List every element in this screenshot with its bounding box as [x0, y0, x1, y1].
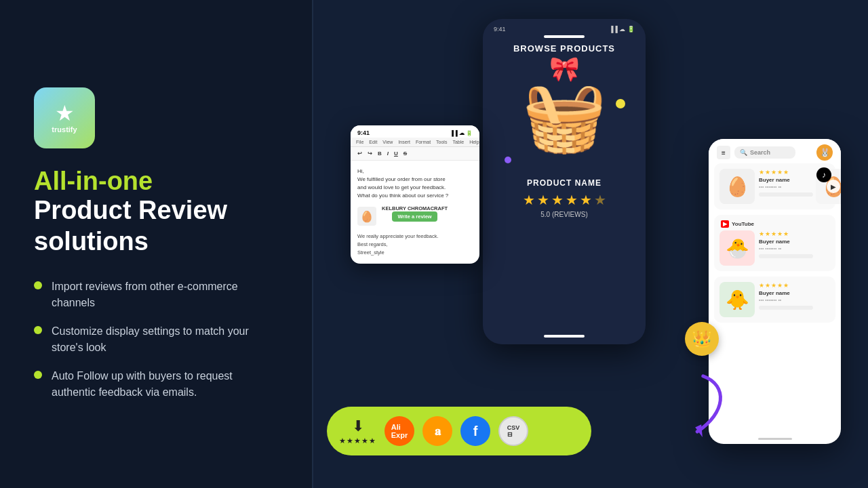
email-product-row: 🥚 KELBURY CHROMACRAFT Write a review — [357, 205, 473, 227]
menu-edit[interactable]: Edit — [369, 140, 377, 144]
bullet-dot-icon — [34, 281, 42, 289]
buyer-name: Buyer name — [759, 177, 813, 183]
review-info: ★ ★ ★ ★ ★ Buyer name ••• ••••••• •• — [759, 282, 830, 310]
logo-box: ★ trustify — [34, 87, 95, 148]
toolbar-undo[interactable]: ↩ — [356, 150, 363, 157]
menu-bar: File Edit View Insert Format Tools Table… — [351, 138, 479, 147]
tiktok-icon: ♪ — [822, 170, 826, 180]
review-date: ••• ••••••• •• — [759, 184, 813, 189]
buyer-name: Buyer name — [759, 290, 830, 296]
star-1: ★ — [523, 192, 535, 208]
youtube-icon: ▶ — [721, 220, 729, 228]
signal-icons: ▐▐ ☁ 🔋 — [450, 130, 473, 136]
menu-insert[interactable]: Insert — [398, 140, 410, 144]
review-card-row: 🐣 ★ ★ ★ ★ ★ Buyer name ••• ••••••• •• — [719, 230, 830, 266]
email-regards-text: We really appreciate your feedback. Best… — [357, 232, 473, 257]
csv-icon[interactable]: CSV⊟ — [498, 416, 528, 446]
email-body: Hi, We fulfilled your order from our sto… — [351, 161, 479, 264]
product-image: 🥚 — [357, 207, 376, 226]
toolbar-underline[interactable]: U — [393, 150, 399, 157]
review-date: ••• ••••••• •• — [759, 246, 830, 251]
product-phone-signals: ▐▐ ☁ 🔋 — [609, 26, 635, 33]
product-phone-status: 9:41 ▐▐ ☁ 🔋 — [483, 19, 646, 35]
phone-notch — [544, 35, 585, 38]
buyer-name: Buyer name — [759, 239, 830, 245]
avatar[interactable]: 🐰 — [816, 144, 833, 161]
product-phone-time: 9:41 — [494, 26, 506, 33]
menu-help[interactable]: Help — [469, 140, 479, 144]
review-info: ★ ★ ★ ★ ★ Buyer name ••• ••••••• •• — [759, 230, 830, 258]
headline-white: Product Review solutions — [34, 195, 278, 257]
headline-green: All-in-one — [34, 167, 278, 196]
import-icon-box: ⬇ ★★★★★ — [339, 418, 376, 445]
amazon-icon[interactable]: 𝐚 — [422, 416, 452, 446]
star-5: ★ — [580, 192, 592, 208]
product-score: 5.0 (REVIEWS) — [540, 211, 587, 218]
toolbar-redo[interactable]: ↪ — [366, 150, 374, 157]
purple-dot — [505, 157, 511, 163]
review-stars: ★ ★ ★ ★ ★ — [759, 230, 830, 237]
play-icon[interactable]: ▶ — [827, 180, 840, 193]
basket-image: 🎀 🧺 — [510, 62, 618, 170]
phone-home-bar — [758, 438, 792, 440]
basket-icon: 🧺 — [522, 82, 607, 150]
review-card: 🐥 ★ ★ ★ ★ ★ Buyer name ••• ••••••• •• — [714, 277, 835, 323]
product-phone: 9:41 ▐▐ ☁ 🔋 BROWSE PRODUCTS 🎀 🧺 PRODUCT … — [483, 19, 646, 344]
list-item: Auto Follow up with buyers to request au… — [34, 368, 278, 401]
product-stars-row: ★ ★ ★ ★ ★ ★ — [523, 192, 606, 208]
review-card: ▶ YouTube 🐣 ★ ★ ★ ★ ★ Buyer name — [714, 215, 835, 271]
status-bar: 9:41 ▐▐ ☁ 🔋 — [351, 125, 479, 138]
search-placeholder: Search — [750, 149, 770, 156]
toolbar-strikethrough[interactable]: S — [402, 150, 408, 157]
review-phone-status: ≡ 🔍 Search 🐰 — [709, 139, 841, 163]
menu-view[interactable]: View — [382, 140, 393, 144]
filter-icon[interactable]: ≡ — [717, 146, 730, 159]
review-date: ••• ••••••• •• — [759, 298, 830, 302]
email-toolbar: ↩ ↪ B I U S — [351, 147, 479, 161]
aliexpress-icon[interactable]: AliExpr — [384, 416, 414, 446]
platform-import-bar: ⬇ ★★★★★ AliExpr 𝐚 f CSV⊟ — [327, 407, 591, 455]
review-info: ★ ★ ★ ★ ★ Buyer name ••• ••••••• •• — [759, 169, 813, 204]
review-product-image: 🐣 — [719, 230, 755, 266]
star-3: ★ — [551, 192, 564, 208]
yellow-dot — [616, 99, 625, 108]
list-item: Customize display settings to match your… — [34, 323, 278, 356]
facebook-icon[interactable]: f — [460, 416, 490, 446]
menu-tools[interactable]: Tools — [436, 140, 447, 144]
bullet-dot-icon — [34, 326, 42, 334]
toolbar-italic[interactable]: I — [386, 150, 390, 157]
review-product-image: 🥚 — [719, 169, 755, 204]
youtube-badge-row: ▶ YouTube — [719, 220, 830, 228]
youtube-label: YouTube — [732, 221, 754, 227]
logo-label: trustify — [52, 125, 77, 134]
phone-home-bar — [544, 335, 585, 338]
search-bar[interactable]: 🔍 Search — [734, 146, 795, 159]
bullet-dot-icon — [34, 371, 42, 379]
bullet-text: Import reviews from other e-commerce cha… — [52, 279, 278, 311]
bullet-list: Import reviews from other e-commerce cha… — [34, 279, 278, 401]
star-2: ★ — [537, 192, 549, 208]
product-name: KELBURY CHROMACRAFT — [382, 205, 448, 211]
review-text-bar — [759, 192, 813, 197]
menu-file[interactable]: File — [356, 140, 363, 144]
tiktok-badge: ♪ — [816, 167, 831, 182]
download-icon: ⬇ — [352, 418, 364, 435]
review-card-row: 🥚 ★ ★ ★ ★ ★ Buyer name ••• ••••••• •• — [719, 169, 830, 204]
review-stars: ★ ★ ★ ★ ★ — [759, 169, 813, 176]
bullet-text: Auto Follow up with buyers to request au… — [52, 368, 278, 401]
write-review-button[interactable]: Write a review — [392, 211, 437, 222]
logo-star-icon: ★ — [55, 102, 75, 124]
bow-icon: 🎀 — [549, 55, 580, 83]
review-card-row: 🐥 ★ ★ ★ ★ ★ Buyer name ••• ••••••• •• — [719, 282, 830, 317]
import-stars: ★★★★★ — [339, 436, 376, 445]
menu-format[interactable]: Format — [416, 140, 431, 144]
email-greeting-text: Hi, We fulfilled your order from our sto… — [357, 167, 473, 200]
menu-table[interactable]: Table — [452, 140, 464, 144]
review-card: 🥚 ★ ★ ★ ★ ★ Buyer name ••• ••••••• •• — [714, 163, 835, 209]
product-phone-name: PRODUCT NAME — [527, 178, 601, 188]
crown-badge: 👑 — [685, 322, 719, 356]
crown-icon: 👑 — [692, 329, 712, 348]
review-stars: ★ ★ ★ ★ ★ — [759, 282, 830, 289]
toolbar-bold[interactable]: B — [376, 150, 383, 157]
star-half: ★ — [594, 192, 606, 208]
